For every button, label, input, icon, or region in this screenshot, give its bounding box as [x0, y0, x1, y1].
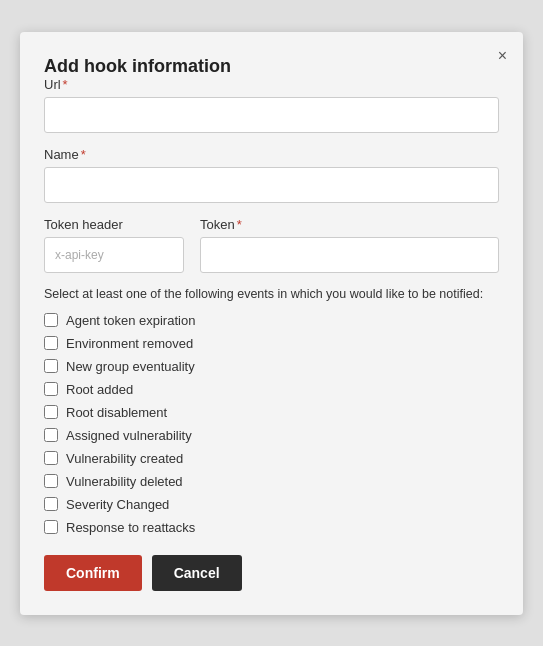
button-row: Confirm Cancel [44, 555, 499, 591]
checkbox-label-new_group_eventuality: New group eventuality [66, 359, 195, 374]
checkbox-label-response_to_reattacks: Response to reattacks [66, 520, 195, 535]
events-instruction: Select at least one of the following eve… [44, 287, 499, 301]
name-group: Name* [44, 147, 499, 203]
checkbox-label-assigned_vulnerability: Assigned vulnerability [66, 428, 192, 443]
checkbox-vulnerability_deleted[interactable] [44, 474, 58, 488]
checkbox-item-environment_removed[interactable]: Environment removed [44, 336, 499, 351]
token-label: Token* [200, 217, 499, 232]
add-hook-modal: Add hook information × Url* Name* Token … [20, 32, 523, 615]
checkbox-agent_token_expiration[interactable] [44, 313, 58, 327]
modal-title: Add hook information [44, 56, 231, 76]
checkbox-label-severity_changed: Severity Changed [66, 497, 169, 512]
checkbox-label-vulnerability_created: Vulnerability created [66, 451, 183, 466]
name-input[interactable] [44, 167, 499, 203]
checkbox-item-new_group_eventuality[interactable]: New group eventuality [44, 359, 499, 374]
checkbox-item-response_to_reattacks[interactable]: Response to reattacks [44, 520, 499, 535]
token-header-label: Token header [44, 217, 184, 232]
checkbox-assigned_vulnerability[interactable] [44, 428, 58, 442]
checkbox-item-vulnerability_created[interactable]: Vulnerability created [44, 451, 499, 466]
checkbox-label-vulnerability_deleted: Vulnerability deleted [66, 474, 183, 489]
token-value-group: Token* [200, 217, 499, 273]
close-button[interactable]: × [498, 48, 507, 64]
checkbox-environment_removed[interactable] [44, 336, 58, 350]
checkbox-item-root_added[interactable]: Root added [44, 382, 499, 397]
checkbox-response_to_reattacks[interactable] [44, 520, 58, 534]
url-input[interactable] [44, 97, 499, 133]
checkbox-item-root_disablement[interactable]: Root disablement [44, 405, 499, 420]
checkbox-label-environment_removed: Environment removed [66, 336, 193, 351]
checkbox-item-agent_token_expiration[interactable]: Agent token expiration [44, 313, 499, 328]
checkbox-item-vulnerability_deleted[interactable]: Vulnerability deleted [44, 474, 499, 489]
cancel-button[interactable]: Cancel [152, 555, 242, 591]
token-header-input[interactable] [44, 237, 184, 273]
checkbox-item-severity_changed[interactable]: Severity Changed [44, 497, 499, 512]
checkbox-vulnerability_created[interactable] [44, 451, 58, 465]
confirm-button[interactable]: Confirm [44, 555, 142, 591]
checkbox-root_added[interactable] [44, 382, 58, 396]
name-label: Name* [44, 147, 499, 162]
events-list: Agent token expirationEnvironment remove… [44, 313, 499, 535]
token-header-group: Token header [44, 217, 184, 273]
checkbox-item-assigned_vulnerability[interactable]: Assigned vulnerability [44, 428, 499, 443]
url-group: Url* [44, 77, 499, 133]
token-input[interactable] [200, 237, 499, 273]
url-label: Url* [44, 77, 499, 92]
checkbox-root_disablement[interactable] [44, 405, 58, 419]
token-row: Token header Token* [44, 217, 499, 273]
checkbox-new_group_eventuality[interactable] [44, 359, 58, 373]
checkbox-label-root_disablement: Root disablement [66, 405, 167, 420]
checkbox-label-agent_token_expiration: Agent token expiration [66, 313, 195, 328]
checkbox-label-root_added: Root added [66, 382, 133, 397]
checkbox-severity_changed[interactable] [44, 497, 58, 511]
